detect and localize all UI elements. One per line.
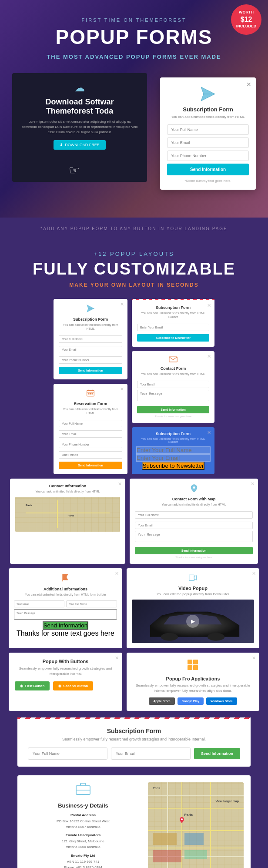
card3-f1[interactable] xyxy=(137,324,209,331)
svg-rect-8 xyxy=(88,393,90,395)
hq-title: Envato Headquarters xyxy=(24,833,142,837)
card5-desc: You can add unlimited fields directly fr… xyxy=(15,489,120,493)
card-close-4[interactable]: ✕ xyxy=(207,354,211,359)
card2-btn[interactable]: Send Information xyxy=(59,462,122,469)
svg-rect-21 xyxy=(188,665,192,670)
card2-desc: You can add unlimited fields directly fr… xyxy=(59,407,122,415)
first-button[interactable]: ◉ First Button xyxy=(15,681,50,690)
card-close-video[interactable]: ✕ xyxy=(252,571,256,576)
add-info-f1[interactable] xyxy=(14,600,64,607)
popup-title: Subscription Form xyxy=(167,106,249,113)
cloud-icon: ☁ xyxy=(21,82,138,94)
svg-point-17 xyxy=(161,633,178,641)
paper-plane-icon-sm xyxy=(59,304,122,315)
sub-banner-title: Subscription Form xyxy=(28,727,240,734)
popup-form: ✕ Subscription Form You can add unlimite… xyxy=(160,77,256,190)
add-info-f3[interactable] xyxy=(14,609,117,620)
hq-address: 121 King Street, Melbourne Victoria 3000… xyxy=(24,839,142,850)
card7-f1[interactable] xyxy=(136,446,211,454)
card-close-3[interactable]: ✕ xyxy=(207,303,211,308)
card1-f1[interactable] xyxy=(59,335,122,343)
phone-input[interactable] xyxy=(167,151,249,161)
add-info-f2[interactable] xyxy=(66,600,117,607)
second-btn-icon: ◉ xyxy=(58,684,61,688)
add-any-text: *ADD ANY POPUP FORM TO ANY BUTTON IN YOU… xyxy=(0,218,268,242)
card2-f3[interactable] xyxy=(59,441,122,448)
card2-f4[interactable] xyxy=(59,451,122,459)
card4-btn[interactable]: Send Information xyxy=(137,406,209,413)
demo-download-button[interactable]: ⬇ DOWNLOAD FREE xyxy=(54,140,106,150)
buttons-card-desc: Seamlessly empower fully researched grow… xyxy=(15,666,116,676)
add-info-title: Additional Informations xyxy=(14,587,117,591)
hero-section: WORTH $12 INCLUDED FIRST TIME ON THEMEFO… xyxy=(0,0,268,218)
sub-send-button[interactable]: Send Information xyxy=(194,748,240,759)
card7-f2[interactable] xyxy=(136,454,211,462)
add-info-desc: You can add unlimited fields directly fr… xyxy=(14,593,117,597)
second-button[interactable]: ◉ Second Button xyxy=(53,681,93,690)
svg-rect-15 xyxy=(189,575,194,581)
card3-btn[interactable]: Subscribe to Newsletter xyxy=(137,334,209,342)
close-icon[interactable]: ✕ xyxy=(246,81,251,88)
sub-name-input[interactable] xyxy=(28,747,107,760)
worth-label: WORTH xyxy=(239,10,254,15)
video-icon xyxy=(132,573,254,584)
card4-dummy: Thanks for some text goes here xyxy=(137,415,209,418)
sub-email-input[interactable] xyxy=(111,747,191,760)
contact-info-card: ✕ Contact Information You can add unlimi… xyxy=(10,479,125,564)
postal-title: Postal Address xyxy=(24,813,142,817)
full-name-input[interactable] xyxy=(167,124,249,135)
card-close-add[interactable]: ✕ xyxy=(115,571,119,576)
card4-f2[interactable] xyxy=(137,390,209,401)
paper-plane-icon xyxy=(167,86,249,102)
video-thumbnail[interactable]: ▶ xyxy=(132,600,254,643)
card-close-btns[interactable]: ✕ xyxy=(115,655,119,661)
demo-bg-title: Download Softwar Themeforest Toda xyxy=(21,97,138,116)
sub-banner-desc: Seamlessly empower fully researched grow… xyxy=(28,737,240,741)
card3-title: Subscription Form xyxy=(137,305,209,310)
flag-icon xyxy=(14,573,117,584)
google-play-button[interactable]: Google Play xyxy=(178,697,204,705)
card2-f1[interactable] xyxy=(59,420,122,427)
hero-subtitle: FIRST TIME ON THEMEFOREST xyxy=(9,17,259,23)
card6-f1[interactable] xyxy=(135,511,253,519)
svg-rect-10 xyxy=(92,393,93,395)
card1-btn[interactable]: Send Information xyxy=(59,367,122,374)
subscription-form-card-1: ✕ Subscription Form You can add unlimite… xyxy=(54,299,127,379)
card7-desc: You can add unlimited fields directly fr… xyxy=(136,437,210,443)
card1-f2[interactable] xyxy=(59,346,122,353)
badge-included: INCLUDED xyxy=(236,24,257,29)
appstore-desc: Seamlessly empower fully researched grow… xyxy=(133,683,253,693)
envelope-icon xyxy=(137,356,209,364)
demo-bg-card: ☁ Download Softwar Themeforest Toda Lore… xyxy=(12,73,147,182)
worth-badge: WORTH $12 INCLUDED xyxy=(231,4,261,35)
send-info-button[interactable]: Send Information xyxy=(167,164,249,175)
card6-f2[interactable] xyxy=(135,522,253,529)
card7-btn[interactable]: Subscribe to Newsletter xyxy=(142,462,205,470)
card6-f3[interactable] xyxy=(135,531,253,542)
card2-f2[interactable] xyxy=(59,430,122,438)
card6-dummy: Thanks for some text goes here xyxy=(135,556,253,559)
card3-desc: You can add unlimited fields directly fr… xyxy=(137,311,209,319)
pty-title: Envato Pty Ltd xyxy=(24,854,142,858)
business-title: Business-y Details xyxy=(24,802,142,809)
layouts-subtitle: +12 POPUP LAYOUTS xyxy=(9,251,259,257)
windows-store-button[interactable]: Windows Store xyxy=(206,697,237,705)
subscription-dark-card: ✕ Subscription Form You can add unlimite… xyxy=(132,427,214,474)
layouts-title: FULLY CUSTOMIZABLE xyxy=(9,260,259,278)
card4-f1[interactable] xyxy=(137,381,209,388)
card-close-7[interactable]: ✕ xyxy=(207,430,211,436)
add-info-btn[interactable]: Send Information xyxy=(43,621,89,630)
email-input[interactable] xyxy=(167,137,249,148)
card-close-6[interactable]: ✕ xyxy=(251,481,255,487)
card-close-5[interactable]: ✕ xyxy=(118,481,122,487)
apple-store-button[interactable]: Apple Store xyxy=(149,697,174,705)
svg-rect-20 xyxy=(193,660,198,664)
card4-title: Contact Form xyxy=(137,366,209,371)
card-close-2[interactable]: ✕ xyxy=(120,386,124,392)
hero-tagline: THE MOST ADVANCED POPUP FORMS EVER MADE xyxy=(9,54,259,60)
card6-btn[interactable]: Send Information xyxy=(135,547,253,554)
card-close-1[interactable]: ✕ xyxy=(120,302,124,307)
badge-amount: $12 xyxy=(241,15,252,24)
card-close-app[interactable]: ✕ xyxy=(252,655,256,661)
card1-f3[interactable] xyxy=(59,356,122,364)
